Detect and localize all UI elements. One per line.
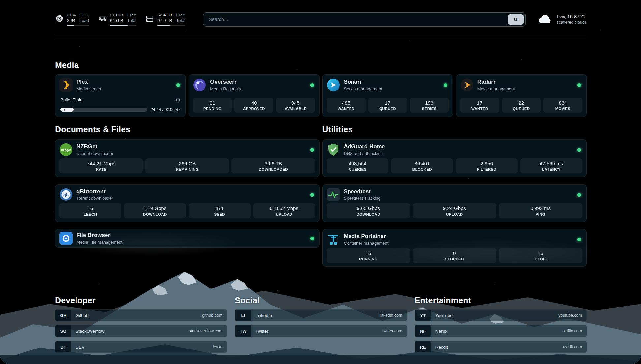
memory-free-value: 21 GiB <box>110 13 123 18</box>
stat-value: 9.65 Gbps <box>328 205 409 212</box>
bookmark-github[interactable]: GH Github github.com <box>55 309 227 321</box>
top-bar: 31% 2.94 CPU Load <box>55 0 587 27</box>
bookmark-url: netflix.com <box>562 325 586 337</box>
stat-box: 86,401 BLOCKED <box>391 158 453 173</box>
stat-value: 485 <box>328 100 364 106</box>
service-name: Speedtest <box>344 188 381 195</box>
bookmark-url: reddit.com <box>563 341 586 352</box>
bookmarks-social: Social LI LinkedIn linkedin.com TW Twitt… <box>235 296 407 357</box>
bookmark-linkedin[interactable]: LI LinkedIn linkedin.com <box>235 309 407 321</box>
stat-label: UPLOAD <box>414 212 495 216</box>
status-dot <box>577 83 581 87</box>
service-desc: Media Requests <box>210 86 241 91</box>
disk-widget: 52.4 TB 97.9 TB Free Total <box>145 13 185 27</box>
service-name: Sonarr <box>344 79 382 85</box>
stat-value: 16 <box>500 250 581 257</box>
stat-label: SEED <box>190 212 249 216</box>
stat-box: 2,956 FILTERED <box>456 158 518 173</box>
memory-widget: 21 GiB 64 GiB Free Total <box>98 13 136 27</box>
bookmark-dev[interactable]: DT DEV dev.to <box>55 341 227 353</box>
bookmark-abbr: TW <box>235 325 251 337</box>
stat-label: MOVIES <box>545 107 581 111</box>
stat-label: APPROVED <box>236 107 272 111</box>
stat-box: 17 WANTED <box>460 98 499 113</box>
stat-value: 471 <box>190 205 249 212</box>
cpu-widget: 31% 2.94 CPU Load <box>55 13 89 27</box>
bookmark-reddit[interactable]: RE Reddit reddit.com <box>415 341 587 353</box>
section-title-developer: Developer <box>55 296 227 305</box>
status-dot <box>310 148 314 152</box>
status-dot <box>577 193 581 197</box>
portainer-icon <box>327 233 340 246</box>
playback-progress-bar[interactable] <box>60 108 147 112</box>
stat-label: STOPPED <box>414 257 495 261</box>
service-card-speedtest[interactable]: Speedtest Speedtest Tracking 9.65 Gbps D… <box>322 184 587 222</box>
bookmark-name: Twitter <box>251 325 268 337</box>
nzbget-icon: nzbget <box>59 143 73 156</box>
stat-box: 266 GB REMAINING <box>145 158 229 173</box>
stat-box: 16 RUNNING <box>327 248 410 263</box>
stat-box: 834 MOVIES <box>543 98 582 113</box>
service-card-sonarr[interactable]: Sonarr Series management 485 WANTED 17 Q… <box>322 74 453 117</box>
stat-value: 16 <box>328 250 409 257</box>
stat-value: 196 <box>411 100 447 106</box>
service-name: AdGuard Home <box>344 143 385 150</box>
stat-label: QUEUED <box>370 107 406 111</box>
service-desc: Container management <box>344 241 389 246</box>
service-card-nzbget[interactable]: nzbget NZBGet Usenet downloader 744.21 M… <box>55 139 320 177</box>
stat-value: 744.21 Mbps <box>61 161 141 167</box>
service-card-qbittorrent[interactable]: qb qBittorrent Torrent downloader 16 LEE… <box>55 184 320 222</box>
stat-value: 47.569 ms <box>522 161 581 167</box>
service-name: Radarr <box>477 79 515 85</box>
gear-icon[interactable]: ⚙ <box>176 97 180 102</box>
section-title-entertainment: Entertainment <box>415 296 587 305</box>
bookmark-twitter[interactable]: TW Twitter twitter.com <box>235 325 407 337</box>
bookmark-stackoverflow[interactable]: SO StackOverflow stackoverflow.com <box>55 325 227 337</box>
disk-total-value: 97.9 TB <box>157 18 172 24</box>
stat-value: 1.19 Gbps <box>125 205 185 212</box>
stat-value: 40 <box>236 100 272 106</box>
stat-label: QUEUED <box>503 107 539 111</box>
service-card-plex[interactable]: Plex Media server Bullet Train ⚙ 24:44 /… <box>55 74 186 117</box>
search-shortcut-button[interactable]: G <box>508 14 524 25</box>
weather-location: Lviv, 16.87°C <box>557 14 587 19</box>
service-name: File Browser <box>76 232 122 239</box>
service-card-portainer[interactable]: Media Portainer Container management 16 … <box>322 229 587 267</box>
bookmark-abbr: SO <box>55 325 71 337</box>
radarr-icon <box>460 78 473 92</box>
bookmark-url: youtube.com <box>558 310 586 321</box>
status-dot <box>310 237 314 240</box>
svg-text:nzbget: nzbget <box>61 148 71 152</box>
stat-box: 16 TOTAL <box>499 248 582 263</box>
disk-icon <box>145 15 154 23</box>
service-card-filebrowser[interactable]: File Browser Media File Management <box>55 229 320 248</box>
search-input[interactable] <box>203 17 508 22</box>
stat-value: 945 <box>277 100 314 106</box>
bookmark-name: LinkedIn <box>251 310 272 321</box>
stat-box: 471 SEED <box>189 203 251 218</box>
stat-box: 0 STOPPED <box>413 248 496 263</box>
stat-value: 2,956 <box>457 161 516 167</box>
stat-value: 17 <box>370 100 406 106</box>
bookmark-netflix[interactable]: NF Netflix netflix.com <box>415 325 587 337</box>
topbar-divider <box>55 37 587 37</box>
adguard-icon <box>327 143 340 156</box>
service-card-adguard[interactable]: AdGuard Home DNS and adblocking 498,564 … <box>322 139 587 177</box>
stat-label: WANTED <box>462 107 498 111</box>
service-card-radarr[interactable]: Radarr Movie management 17 WANTED 22 QUE… <box>456 74 587 117</box>
stat-box: 40 APPROVED <box>234 98 273 113</box>
stat-label: AVAILABLE <box>277 107 314 111</box>
stat-label: BLOCKED <box>392 167 452 171</box>
bookmark-url: linkedin.com <box>379 310 406 321</box>
snow-specks <box>0 0 1 1</box>
service-card-overseerr[interactable]: Overseerr Media Requests 21 PENDING 40 A… <box>189 74 319 117</box>
stat-box: 196 SERIES <box>410 98 449 113</box>
status-dot <box>577 148 581 152</box>
bookmark-abbr: YT <box>415 310 431 321</box>
bookmark-youtube[interactable]: YT YouTube youtube.com <box>415 309 587 321</box>
now-playing-title: Bullet Train <box>60 97 83 102</box>
stat-label: REMAINING <box>147 167 228 171</box>
service-name: Plex <box>76 79 101 85</box>
stat-label: DOWNLOAD <box>328 212 409 216</box>
disk-total-label: Total <box>176 18 185 24</box>
